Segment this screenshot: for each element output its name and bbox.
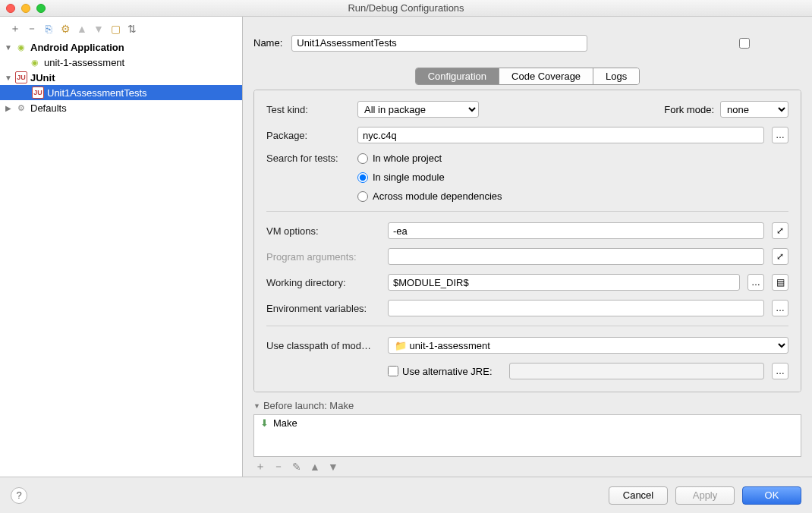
remove-icon[interactable]: － bbox=[272, 460, 285, 474]
before-launch-list[interactable]: ⬇Make bbox=[253, 414, 801, 457]
package-input[interactable] bbox=[357, 127, 764, 143]
working-directory-browse-button[interactable]: … bbox=[747, 274, 764, 291]
sidebar: ＋ － ⎘ ⚙ ▲ ▼ ▢ ⇅ ▼ ◉ Android Application … bbox=[0, 17, 243, 477]
name-input[interactable] bbox=[291, 35, 587, 52]
tree-node-defaults[interactable]: ▶ ⚙ Defaults bbox=[0, 100, 242, 115]
radio-across-dependencies[interactable]: Across module dependencies bbox=[357, 190, 502, 202]
dialog-footer: ? Cancel Apply OK bbox=[0, 477, 812, 513]
configuration-tree: ▼ ◉ Android Application ◉ unit-1-assessm… bbox=[0, 39, 242, 471]
gear-icon: ⚙ bbox=[15, 102, 27, 114]
tab-configuration[interactable]: Configuration bbox=[416, 68, 499, 84]
working-directory-label: Working directory: bbox=[266, 277, 380, 288]
tree-label: Unit1AssessmentTests bbox=[47, 87, 147, 99]
main-content: Name: Share Single instance only Configu… bbox=[243, 17, 812, 477]
test-kind-label: Test kind: bbox=[266, 104, 350, 115]
sort-icon[interactable]: ⇅ bbox=[126, 23, 138, 35]
separator bbox=[266, 211, 788, 212]
tree-label: unit-1-assessment bbox=[44, 57, 124, 68]
help-button[interactable]: ? bbox=[11, 487, 27, 504]
move-down-icon[interactable]: ▼ bbox=[93, 23, 105, 35]
radio-single-module[interactable]: In single module bbox=[357, 172, 502, 183]
list-item[interactable]: ⬇Make bbox=[254, 415, 801, 431]
vm-options-input[interactable] bbox=[388, 222, 764, 239]
package-label: Package: bbox=[266, 130, 350, 141]
radio-whole-project[interactable]: In whole project bbox=[357, 153, 502, 164]
name-label: Name: bbox=[253, 37, 282, 49]
android-icon: ◉ bbox=[15, 41, 27, 53]
vm-options-expand-button[interactable]: ⤢ bbox=[772, 222, 788, 239]
apply-button[interactable]: Apply bbox=[675, 486, 735, 505]
expand-icon[interactable]: ▶ bbox=[5, 104, 12, 112]
remove-icon[interactable]: － bbox=[26, 23, 38, 35]
tab-bar: Configuration Code Coverage Logs bbox=[415, 68, 640, 85]
expand-icon[interactable]: ▼ bbox=[5, 74, 12, 82]
sidebar-toolbar: ＋ － ⎘ ⚙ ▲ ▼ ▢ ⇅ bbox=[0, 23, 242, 39]
titlebar: Run/Debug Configurations bbox=[0, 0, 812, 17]
alt-jre-checkbox[interactable]: Use alternative JRE: bbox=[388, 366, 502, 377]
program-arguments-label: Program arguments: bbox=[266, 251, 380, 263]
move-down-icon[interactable]: ▼ bbox=[326, 460, 340, 474]
program-arguments-expand-button[interactable]: ⤢ bbox=[772, 248, 788, 265]
test-kind-select[interactable]: All in package bbox=[357, 101, 479, 118]
make-icon: ⬇ bbox=[260, 417, 269, 429]
edit-icon[interactable]: ✎ bbox=[290, 460, 304, 474]
env-vars-browse-button[interactable]: … bbox=[772, 300, 788, 316]
env-vars-label: Environment variables: bbox=[266, 303, 380, 314]
fork-mode-label: Fork mode: bbox=[664, 104, 714, 115]
working-directory-vars-button[interactable]: ▤ bbox=[772, 274, 788, 291]
before-launch-section: ▼Before launch: Make ⬇Make ＋ － ✎ ▲ ▼ bbox=[253, 400, 801, 477]
tree-node-unit-1-assessment-app[interactable]: ◉ unit-1-assessment bbox=[0, 55, 242, 70]
settings-icon[interactable]: ⚙ bbox=[59, 23, 71, 35]
tree-label: JUnit bbox=[30, 72, 55, 83]
tree-label: Android Application bbox=[30, 42, 124, 53]
separator bbox=[266, 326, 788, 326]
junit-icon: JU bbox=[15, 71, 27, 83]
tree-node-android-application[interactable]: ▼ ◉ Android Application bbox=[0, 39, 242, 55]
working-directory-input[interactable] bbox=[388, 274, 740, 291]
ok-button[interactable]: OK bbox=[742, 486, 801, 505]
tree-node-unit1assessmenttests[interactable]: JU Unit1AssessmentTests bbox=[0, 85, 242, 100]
tree-label: Defaults bbox=[30, 102, 67, 114]
collapse-icon[interactable]: ▼ bbox=[253, 402, 260, 410]
before-launch-title: Before launch: Make bbox=[263, 400, 354, 411]
tab-logs[interactable]: Logs bbox=[593, 68, 639, 84]
junit-icon: JU bbox=[32, 87, 44, 99]
add-icon[interactable]: ＋ bbox=[9, 23, 21, 35]
vm-options-label: VM options: bbox=[266, 225, 380, 237]
classpath-select[interactable]: 📁 unit-1-assessment bbox=[388, 337, 788, 354]
android-icon: ◉ bbox=[29, 56, 41, 68]
tree-node-junit[interactable]: ▼ JU JUnit bbox=[0, 70, 242, 85]
add-icon[interactable]: ＋ bbox=[253, 460, 267, 474]
move-up-icon[interactable]: ▲ bbox=[76, 23, 88, 35]
classpath-label: Use classpath of mod… bbox=[266, 340, 380, 351]
package-browse-button[interactable]: … bbox=[772, 127, 788, 143]
copy-icon[interactable]: ⎘ bbox=[42, 23, 55, 35]
share-checkbox[interactable]: Share bbox=[596, 37, 812, 49]
folder-icon[interactable]: ▢ bbox=[109, 23, 121, 35]
env-vars-input[interactable] bbox=[388, 300, 764, 316]
expand-icon[interactable]: ▼ bbox=[5, 43, 12, 52]
configuration-panel: Test kind: All in package Fork mode: non… bbox=[253, 90, 801, 392]
tab-code-coverage[interactable]: Code Coverage bbox=[499, 68, 593, 84]
window-title: Run/Debug Configurations bbox=[0, 2, 812, 14]
move-up-icon[interactable]: ▲ bbox=[308, 460, 322, 474]
alt-jre-browse-button[interactable]: … bbox=[772, 363, 788, 379]
program-arguments-input[interactable] bbox=[388, 248, 764, 265]
fork-mode-select[interactable]: none bbox=[720, 101, 788, 118]
alt-jre-input bbox=[509, 363, 764, 379]
search-for-tests-label: Search for tests: bbox=[266, 153, 350, 164]
cancel-button[interactable]: Cancel bbox=[609, 486, 668, 505]
